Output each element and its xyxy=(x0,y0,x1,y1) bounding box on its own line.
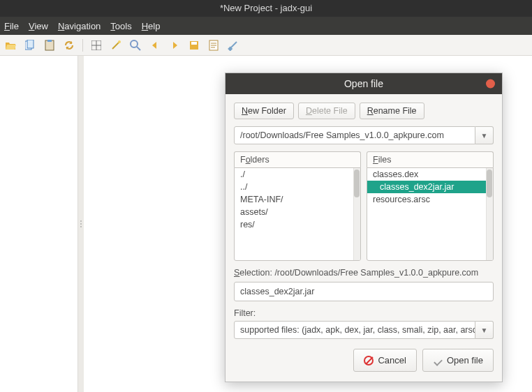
menubar: File View Navigation Tools Help xyxy=(0,17,532,35)
open-file-button[interactable]: Open file xyxy=(422,349,494,372)
svg-rect-3 xyxy=(47,40,52,42)
dialog-titlebar[interactable]: Open file xyxy=(226,73,502,94)
new-folder-button[interactable]: New Folder xyxy=(234,103,294,119)
folders-list[interactable]: ./ ../ META-INF/ assets/ res/ xyxy=(234,167,361,261)
path-field[interactable]: /root/Downloads/Free Samples_v1.0.0_apkp… xyxy=(234,126,475,144)
chevron-down-icon: ▼ xyxy=(481,132,488,140)
file-row[interactable]: classes_dex2jar.jar xyxy=(367,181,493,193)
filter-field[interactable]: supported files: (jadx, apk, dex, jar, c… xyxy=(234,321,475,339)
rename-file-button[interactable]: Rename File xyxy=(360,103,424,119)
files-list[interactable]: classes.dex classes_dex2jar.jar resource… xyxy=(367,167,494,261)
folder-row[interactable]: res/ xyxy=(235,218,360,231)
filter-dropdown-button[interactable]: ▼ xyxy=(475,321,494,339)
folder-row[interactable]: assets/ xyxy=(235,206,360,218)
splitter-handle[interactable] xyxy=(78,56,84,392)
check-icon xyxy=(433,356,443,365)
folder-row[interactable]: META-INF/ xyxy=(235,193,360,206)
folder-row[interactable]: ./ xyxy=(235,168,360,181)
toolbar-separator xyxy=(82,39,83,52)
back-icon[interactable] xyxy=(149,39,161,52)
menu-navigation[interactable]: Navigation xyxy=(58,21,101,31)
svg-rect-2 xyxy=(45,40,54,50)
selection-path: /root/Downloads/Free Samples_v1.0.0_apkp… xyxy=(274,268,478,278)
open-file-button-label: Open file xyxy=(447,355,483,365)
cancel-button[interactable]: Cancel xyxy=(353,349,416,372)
window-title: *New Project - jadx-gui xyxy=(220,3,312,13)
window-titlebar: *New Project - jadx-gui xyxy=(0,0,532,17)
chevron-down-icon: ▼ xyxy=(481,326,488,334)
zoom-out-icon[interactable] xyxy=(129,39,142,52)
svg-rect-1 xyxy=(27,40,34,48)
log-icon[interactable] xyxy=(207,39,220,52)
menu-file[interactable]: File xyxy=(4,21,19,31)
scrollbar[interactable] xyxy=(486,168,493,260)
wand-icon[interactable] xyxy=(110,39,122,52)
save-icon[interactable] xyxy=(188,39,200,52)
svg-point-5 xyxy=(131,40,138,47)
grid-icon[interactable] xyxy=(90,39,103,52)
scrollbar-thumb[interactable] xyxy=(487,169,492,197)
file-row[interactable]: resources.arsc xyxy=(367,193,493,206)
scrollbar[interactable] xyxy=(353,168,360,260)
settings-icon[interactable] xyxy=(227,39,239,52)
menu-view[interactable]: View xyxy=(29,21,48,31)
folders-header: Folders xyxy=(234,151,361,167)
selection-input[interactable]: classes_dex2jar.jar xyxy=(234,282,494,301)
forward-icon[interactable] xyxy=(168,39,181,52)
cancel-icon xyxy=(364,356,374,365)
svg-line-6 xyxy=(137,47,140,50)
file-row[interactable]: classes.dex xyxy=(367,168,493,181)
svg-point-4 xyxy=(118,40,121,43)
dialog-title: Open file xyxy=(344,78,383,89)
folder-row[interactable]: ../ xyxy=(235,181,360,193)
selection-label: Selection: /root/Downloads/Free Samples_… xyxy=(234,268,494,278)
cancel-button-label: Cancel xyxy=(378,355,406,365)
path-dropdown-button[interactable]: ▼ xyxy=(475,126,494,144)
svg-rect-8 xyxy=(191,42,197,45)
copy-icon[interactable] xyxy=(24,39,36,52)
filter-label: Filter: xyxy=(234,308,494,318)
paste-icon[interactable] xyxy=(43,39,56,52)
project-tree-pane[interactable] xyxy=(0,56,78,392)
folder-open-icon[interactable] xyxy=(4,39,17,52)
scrollbar-thumb[interactable] xyxy=(354,169,360,197)
menu-tools[interactable]: Tools xyxy=(110,21,131,31)
close-icon[interactable] xyxy=(486,80,495,89)
toolbar xyxy=(0,35,532,56)
sync-icon[interactable] xyxy=(63,39,75,52)
files-header: Files xyxy=(367,151,494,167)
open-file-dialog: Open file New Folder Delete File Rename … xyxy=(225,73,503,382)
delete-file-button: Delete File xyxy=(298,103,355,119)
menu-help[interactable]: Help xyxy=(142,21,161,31)
